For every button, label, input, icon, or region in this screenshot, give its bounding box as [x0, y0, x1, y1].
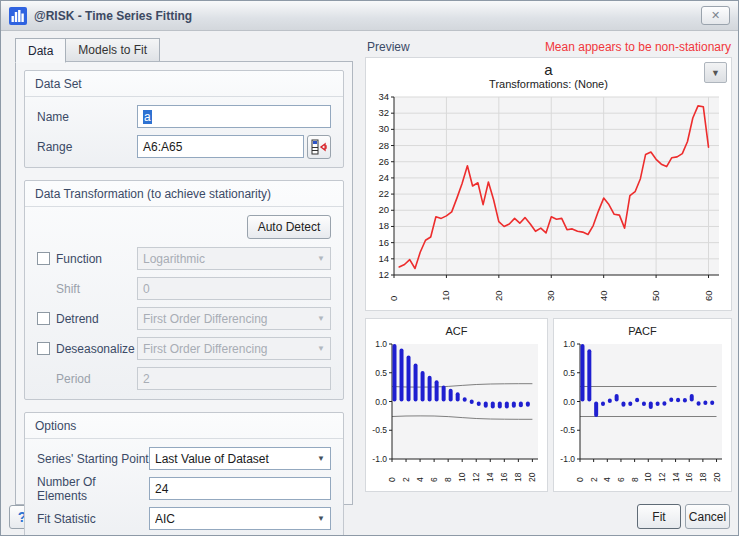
svg-text:0.0: 0.0	[563, 397, 575, 407]
chevron-down-icon: ▼	[313, 344, 325, 353]
acf-title: ACF	[366, 325, 547, 338]
fit-button[interactable]: Fit	[637, 504, 681, 529]
deseasonalize-checkbox[interactable]	[37, 342, 50, 355]
svg-text:60: 60	[703, 290, 714, 301]
svg-text:0: 0	[387, 477, 397, 482]
svg-text:0: 0	[388, 296, 399, 301]
close-button[interactable]: ✕	[701, 6, 730, 25]
deseasonalize-label: Deseasonalize	[56, 342, 137, 356]
svg-text:1.0: 1.0	[375, 339, 387, 349]
elements-value: 24	[155, 482, 168, 496]
svg-text:0.0: 0.0	[375, 397, 387, 407]
svg-text:2: 2	[589, 477, 599, 482]
options-group: Options Series' Starting Point Last Valu…	[24, 412, 344, 536]
svg-text:8: 8	[443, 477, 453, 482]
tab-models-label: Models to Fit	[78, 43, 147, 57]
range-label: Range	[37, 140, 137, 154]
svg-text:0: 0	[575, 477, 585, 482]
chevron-down-icon: ▼	[313, 454, 325, 463]
acf-chart-svg: 1.00.50.0-0.5-1.002468101214161820	[366, 338, 545, 486]
range-picker-button[interactable]	[307, 135, 331, 159]
name-input[interactable]: a	[137, 105, 331, 128]
starting-point-select[interactable]: Last Value of Dataset ▼	[149, 447, 331, 470]
auto-detect-button[interactable]: Auto Detect	[247, 215, 331, 239]
preview-label: Preview	[367, 40, 410, 54]
range-input[interactable]: A6:A65	[137, 135, 304, 158]
svg-text:10: 10	[457, 472, 467, 482]
svg-text:10: 10	[643, 472, 653, 482]
svg-text:20: 20	[493, 290, 504, 301]
name-label: Name	[37, 110, 137, 124]
fit-statistic-select[interactable]: AIC ▼	[149, 507, 331, 530]
function-select-value: Logarithmic	[143, 252, 313, 266]
stationarity-warning: Mean appears to be non-stationary	[545, 40, 731, 54]
detrend-select[interactable]: First Order Differencing ▼	[137, 307, 331, 330]
tab-models-to-fit[interactable]: Models to Fit	[65, 38, 160, 62]
tab-data-label: Data	[28, 44, 53, 58]
svg-text:16: 16	[684, 472, 694, 482]
data-tab-page: Data Set Name a Range A6:A65	[15, 61, 353, 505]
svg-text:12: 12	[378, 269, 389, 280]
svg-text:20: 20	[712, 472, 722, 482]
svg-text:1.0: 1.0	[563, 339, 575, 349]
window-title: @RISK - Time Series Fitting	[34, 9, 701, 23]
tab-strip: Data Models to Fit	[15, 38, 159, 62]
function-label: Function	[56, 252, 137, 266]
svg-text:32: 32	[378, 107, 389, 118]
data-set-group: Data Set Name a Range A6:A65	[24, 70, 344, 168]
function-select[interactable]: Logarithmic ▼	[137, 247, 331, 270]
deseasonalize-select-value: First Order Differencing	[143, 342, 313, 356]
pacf-title: PACF	[554, 325, 731, 338]
close-icon: ✕	[711, 9, 720, 22]
svg-text:-0.5: -0.5	[560, 425, 575, 435]
chart-options-button[interactable]: ▼	[704, 62, 727, 83]
svg-text:20: 20	[527, 472, 537, 482]
period-input[interactable]: 2	[137, 367, 331, 390]
app-icon	[9, 7, 27, 25]
chevron-down-icon: ▼	[313, 254, 325, 263]
main-chart-subtitle: Transformations: (None)	[366, 78, 731, 91]
svg-text:40: 40	[598, 290, 609, 301]
svg-text:-0.5: -0.5	[372, 425, 387, 435]
svg-text:12: 12	[657, 472, 667, 482]
title-bar[interactable]: @RISK - Time Series Fitting ✕	[1, 1, 738, 31]
svg-text:20: 20	[378, 204, 389, 215]
svg-text:0.5: 0.5	[375, 368, 387, 378]
transformation-group: Data Transformation (to achieve stationa…	[24, 180, 344, 400]
svg-text:18: 18	[513, 472, 523, 482]
shift-value: 0	[143, 282, 150, 296]
fit-statistic-label: Fit Statistic	[37, 512, 149, 526]
svg-text:34: 34	[378, 92, 389, 102]
tab-data[interactable]: Data	[15, 38, 66, 63]
svg-text:14: 14	[671, 472, 681, 482]
data-set-header: Data Set	[25, 71, 343, 97]
main-chart-title: a	[366, 61, 731, 78]
svg-text:30: 30	[545, 290, 556, 301]
shift-label: Shift	[37, 282, 137, 296]
cancel-button[interactable]: Cancel	[685, 504, 730, 529]
svg-text:30: 30	[378, 123, 389, 134]
function-checkbox[interactable]	[37, 252, 50, 265]
deseasonalize-select[interactable]: First Order Differencing ▼	[137, 337, 331, 360]
detrend-label: Detrend	[56, 312, 137, 326]
svg-text:4: 4	[415, 477, 425, 482]
chevron-down-icon: ▼	[313, 314, 325, 323]
elements-input[interactable]: 24	[149, 477, 331, 500]
svg-text:0.5: 0.5	[563, 368, 575, 378]
pacf-chart-svg: 1.00.50.0-0.5-1.002468101214161820	[554, 338, 729, 486]
svg-text:16: 16	[499, 472, 509, 482]
svg-text:24: 24	[378, 172, 389, 183]
svg-text:28: 28	[378, 140, 389, 151]
shift-input[interactable]: 0	[137, 277, 331, 300]
dialog-window: @RISK - Time Series Fitting ✕ Data Model…	[0, 0, 739, 536]
transformation-header: Data Transformation (to achieve stationa…	[25, 181, 343, 207]
fit-statistic-value: AIC	[155, 512, 313, 526]
name-value: a	[143, 110, 152, 124]
options-header: Options	[25, 413, 343, 439]
elements-label: Number Of Elements	[37, 475, 149, 503]
svg-text:4: 4	[602, 477, 612, 482]
starting-point-label: Series' Starting Point	[37, 452, 149, 466]
svg-text:-1.0: -1.0	[560, 454, 575, 464]
detrend-checkbox[interactable]	[37, 312, 50, 325]
acf-chart-card: ACF 1.00.50.0-0.5-1.002468101214161820	[365, 318, 548, 492]
